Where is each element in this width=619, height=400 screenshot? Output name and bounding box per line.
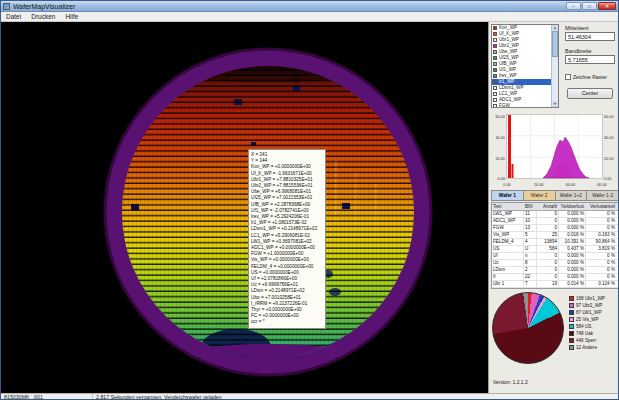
table-header-cell: Anzahl xyxy=(537,203,559,210)
legend-color-chip xyxy=(569,338,574,343)
table-cell: LDsm xyxy=(492,267,524,273)
table-cell: 10.391 % xyxy=(559,239,586,245)
bandbreite-field[interactable]: 5.71655 xyxy=(565,55,615,64)
svg-text:0.00: 0.00 xyxy=(503,183,510,187)
legend-label: 168 Ubr1_WP xyxy=(576,296,605,301)
channel-list[interactable]: Kon_WPUf_K_WPUbr1_WPUbr2_WPUbe_WPUf25_WP… xyxy=(491,24,559,108)
table-row[interactable]: Ufn00.000 %0 % xyxy=(492,253,618,260)
table-cell: 0 xyxy=(537,225,559,231)
wafer-map[interactable] xyxy=(1,22,488,393)
table-cell: FELDM_4 xyxy=(492,239,524,245)
table-cell: 3.819 % xyxy=(586,246,616,252)
table-row[interactable]: FGW1300.000 %0 % xyxy=(492,225,618,232)
legend-item: 446 Sperr xyxy=(569,337,605,344)
channel-color-chip xyxy=(493,80,497,84)
legend-item: 748 Uak xyxy=(569,330,605,337)
channel-label: LDsm1_WP xyxy=(499,86,524,91)
table-cell: 0.000 % xyxy=(559,218,586,224)
svg-text:20.00: 20.00 xyxy=(604,157,614,161)
tab-wafer-1-2[interactable]: Wafer 1-2 xyxy=(586,190,619,201)
legend-item: 25 Vis_WP xyxy=(569,316,605,323)
table-cell: ADC1_WP xyxy=(492,218,524,224)
channel-item-fgw[interactable]: FGW xyxy=(492,103,551,108)
channel-label: LC1_WP xyxy=(499,92,517,97)
legend-label: 748 Uak xyxy=(576,331,593,336)
table-cell: 13894 xyxy=(537,239,559,245)
table-cell: Uf xyxy=(492,253,524,259)
menu-item-drucken[interactable]: Drucken xyxy=(26,12,60,22)
center-button[interactable]: Center xyxy=(567,88,613,99)
channel-color-chip xyxy=(493,68,497,72)
table-header-row: TestBINAnzahlYieldverlustVerlustanteil xyxy=(492,203,618,211)
table-cell: 0.018 % xyxy=(559,232,586,238)
table-cell: 0 % xyxy=(586,225,616,231)
tab-wafer-1+2[interactable]: Wafer 1+2 xyxy=(555,190,587,201)
table-cell: 0 % xyxy=(586,260,616,266)
channel-label: FGW xyxy=(499,104,510,108)
table-cell: 2 xyxy=(524,267,537,273)
tab-wafer-1[interactable]: Wafer 1 xyxy=(491,190,523,201)
bin-pie-chart xyxy=(492,292,564,364)
status-bar: 815030MK_.001_ 2.817 Sekunden vergangen,… xyxy=(1,393,619,400)
table-cell: Vis_WP xyxy=(492,232,524,238)
scrollbar-thumb[interactable] xyxy=(552,31,558,57)
table-row[interactable]: Ubr 17190.014 %0.124 % xyxy=(492,281,618,288)
channel-color-chip xyxy=(493,86,497,90)
table-cell: 0.014 % xyxy=(559,281,586,287)
table-row[interactable]: Uc800.000 %0 % xyxy=(492,260,618,267)
channel-label: Ubr2_WP xyxy=(499,44,519,49)
channel-label: Ube_WP xyxy=(499,50,517,55)
table-cell: n xyxy=(524,253,537,259)
legend-item: 12 Andere xyxy=(569,344,605,351)
table-cell: Uc xyxy=(492,260,524,266)
channel-list-items: Kon_WPUf_K_WPUbr1_WPUbr2_WPUbe_WPUf25_WP… xyxy=(492,25,551,108)
table-cell: 19 xyxy=(537,281,559,287)
table-header-cell: Verlustanteil xyxy=(586,203,616,210)
maximize-button[interactable]: □ xyxy=(582,2,597,10)
channel-color-chip xyxy=(493,50,497,54)
table-cell: LW1_WP xyxy=(492,211,524,217)
table-cell: 0 % xyxy=(586,211,616,217)
table-row[interactable]: ADC1_WP1000.000 %0 % xyxy=(492,218,618,225)
svg-text:60.00: 60.00 xyxy=(495,115,505,119)
minimize-button[interactable]: – xyxy=(566,2,581,10)
channel-color-chip xyxy=(493,44,497,48)
channel-list-scrollbar[interactable]: ▲ ▼ xyxy=(551,25,558,107)
scroll-down-icon[interactable]: ▼ xyxy=(552,101,558,107)
mittelwert-field[interactable]: 51.46304 xyxy=(565,32,615,41)
tab-wafer-2[interactable]: Wafer 2 xyxy=(523,190,555,201)
table-cell: 22 xyxy=(524,274,537,280)
close-button[interactable]: ✕ xyxy=(598,2,616,10)
menu-items: DateiDruckenHilfe xyxy=(1,12,83,22)
raster-checkbox[interactable] xyxy=(565,74,571,80)
channel-color-chip xyxy=(493,104,497,108)
table-row[interactable]: Ir2200.000 %0 % xyxy=(492,274,618,281)
table-header-cell: BIN xyxy=(524,203,537,210)
table-row[interactable]: FELDM_441389410.391 %90.864 % xyxy=(492,239,618,246)
raster-option: Zeichne Raster xyxy=(565,74,607,80)
channel-label: Kon_WP xyxy=(499,26,517,31)
table-cell: 0.000 % xyxy=(559,274,586,280)
menu-item-datei[interactable]: Datei xyxy=(1,12,26,22)
channel-color-chip xyxy=(493,92,497,96)
table-cell: 0 xyxy=(537,218,559,224)
table-row[interactable]: LW1_WP1100.000 %0 % xyxy=(492,211,618,218)
application-window: WaferMapVisualizer – □ ✕ DateiDruckenHil… xyxy=(0,0,619,400)
menu-item-hilfe[interactable]: Hilfe xyxy=(60,12,83,22)
table-cell: 0 xyxy=(537,267,559,273)
svg-text:0.00: 0.00 xyxy=(498,177,505,181)
table-cell: 90.864 % xyxy=(586,239,616,245)
legend-label: 87 LW1_WP xyxy=(576,310,601,315)
table-row[interactable]: USU5840.437 %3.819 % xyxy=(492,246,618,253)
tooltip-line: FELDM_4 = +0.0000000E+00 xyxy=(251,264,323,270)
legend-item: 168 Ubr1_WP xyxy=(569,295,605,302)
table-row[interactable]: Vis_WP5250.018 %0.163 % xyxy=(492,232,618,239)
table-header-cell: Yieldverlust xyxy=(559,203,586,210)
table-cell: 5 xyxy=(524,232,537,238)
legend-item: 584 US xyxy=(569,323,605,330)
table-row[interactable]: LDsm200.000 %0 % xyxy=(492,267,618,274)
pie-legend: 168 Ubr1_WP97 Ubr2_WP87 LW1_WP25 Vis_WP5… xyxy=(569,295,605,351)
wafer-canvas[interactable]: X = 241Y = 144Kon_WP = +0.0000000E+00Uf_… xyxy=(1,22,488,393)
channel-label: ADC1_WP xyxy=(499,98,521,103)
legend-item: 97 Ubr2_WP xyxy=(569,302,605,309)
